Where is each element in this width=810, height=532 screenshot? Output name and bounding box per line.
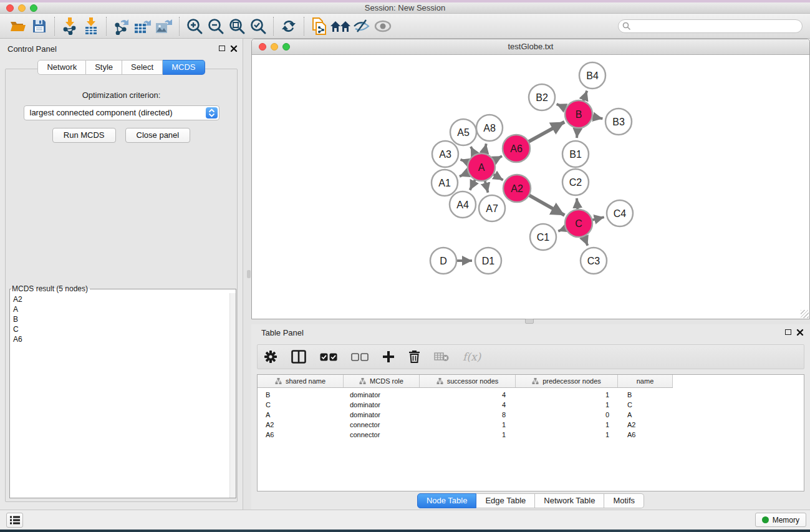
- graph-node-B3[interactable]: B3: [605, 109, 632, 135]
- mcds-result-item[interactable]: A2: [13, 294, 229, 304]
- table-cell[interactable]: A: [258, 410, 344, 420]
- minimize-window-button[interactable]: [18, 4, 26, 12]
- graph-node-A6[interactable]: A6: [503, 135, 530, 162]
- table-cell[interactable]: 4: [420, 390, 516, 400]
- show-eye-icon[interactable]: [372, 16, 393, 36]
- export-network-icon[interactable]: [111, 16, 132, 36]
- column-header-shared-name[interactable]: shared name: [258, 375, 344, 387]
- graph-node-C2[interactable]: C2: [562, 169, 589, 195]
- graph-node-A1[interactable]: A1: [432, 170, 458, 196]
- table-cell[interactable]: 0: [516, 410, 618, 420]
- table-cell[interactable]: dominator: [344, 390, 420, 400]
- mcds-result-item[interactable]: A6: [13, 334, 229, 344]
- delete-table-icon[interactable]: [434, 352, 449, 362]
- open-folder-icon[interactable]: [7, 16, 29, 36]
- hide-eye-icon[interactable]: [351, 16, 372, 36]
- table-cell[interactable]: 1: [516, 390, 618, 400]
- save-icon[interactable]: [29, 16, 50, 36]
- tab-edge-table[interactable]: Edge Table: [476, 493, 535, 508]
- export-table-icon[interactable]: [132, 16, 153, 36]
- tab-style[interactable]: Style: [86, 60, 122, 75]
- refresh-icon[interactable]: [278, 16, 299, 36]
- search-input[interactable]: [618, 19, 803, 33]
- run-mcds-button[interactable]: Run MCDS: [52, 128, 116, 143]
- close-network-window-button[interactable]: [259, 43, 266, 51]
- table-cell[interactable]: dominator: [344, 410, 420, 420]
- vertical-scrollbar-thumb[interactable]: [247, 270, 251, 278]
- table-row[interactable]: Bdominator41B: [258, 390, 804, 400]
- settings-gear-icon[interactable]: [264, 350, 277, 364]
- table-cell[interactable]: 8: [420, 410, 516, 420]
- table-cell[interactable]: B: [258, 390, 344, 400]
- float-panel-icon[interactable]: [219, 46, 225, 51]
- minimize-network-window-button[interactable]: [271, 43, 278, 51]
- close-window-button[interactable]: [6, 4, 14, 12]
- table-cell[interactable]: 1: [420, 420, 516, 430]
- table-cell[interactable]: A6: [258, 430, 344, 440]
- delete-column-icon[interactable]: [408, 350, 420, 364]
- memory-button[interactable]: Memory: [755, 513, 806, 527]
- graph-node-A8[interactable]: A8: [476, 115, 503, 141]
- table-row[interactable]: Adominator80A: [258, 410, 804, 420]
- tab-mcds[interactable]: MCDS: [163, 60, 205, 75]
- column-header-name[interactable]: name: [618, 375, 673, 387]
- graph-node-C4[interactable]: C4: [607, 200, 633, 226]
- column-header-predecessor-nodes[interactable]: predecessor nodes: [516, 375, 618, 387]
- table-cell[interactable]: 4: [420, 400, 516, 410]
- import-table-icon[interactable]: [80, 16, 102, 36]
- mcds-result-item[interactable]: C: [13, 324, 229, 334]
- node-table[interactable]: shared name MCDS role successor nodes pr…: [257, 374, 804, 491]
- network-window-titlebar[interactable]: testGlobe.txt: [252, 39, 809, 55]
- mcds-result-item[interactable]: B: [13, 314, 229, 324]
- zoom-network-window-button[interactable]: [282, 43, 290, 51]
- table-cell[interactable]: B: [618, 390, 673, 400]
- table-cell[interactable]: A: [618, 410, 673, 420]
- graph-node-C[interactable]: C: [565, 210, 592, 237]
- network-graph[interactable]: B4B2B3A8A5A3B1A1C2A4A7C4C1C3DD1BA6AA2C: [252, 55, 809, 319]
- table-cell[interactable]: A2: [258, 420, 344, 430]
- tab-network[interactable]: Network: [37, 60, 86, 75]
- tab-select[interactable]: Select: [122, 60, 163, 75]
- graph-node-C1[interactable]: C1: [530, 224, 556, 250]
- tab-network-table[interactable]: Network Table: [535, 493, 604, 508]
- column-layout-icon[interactable]: [291, 350, 306, 364]
- table-cell[interactable]: 1: [516, 430, 618, 440]
- deselect-all-checkboxes-icon[interactable]: [351, 353, 369, 361]
- zoom-in-icon[interactable]: [184, 16, 205, 36]
- table-cell[interactable]: A2: [618, 420, 673, 430]
- zoom-out-icon[interactable]: [205, 16, 226, 36]
- table-row[interactable]: A2connector11A2: [258, 420, 804, 430]
- column-header-successor-nodes[interactable]: successor nodes: [420, 375, 516, 387]
- table-cell[interactable]: 1: [516, 400, 618, 410]
- select-all-checkboxes-icon[interactable]: [320, 353, 337, 361]
- table-row[interactable]: A6connector11A6: [258, 430, 804, 440]
- tab-motifs[interactable]: Motifs: [604, 493, 644, 508]
- mcds-result-item[interactable]: A: [13, 304, 229, 314]
- add-column-icon[interactable]: [382, 351, 395, 363]
- graph-node-D1[interactable]: D1: [475, 248, 501, 274]
- home-pair-icon[interactable]: [330, 16, 351, 36]
- float-table-panel-icon[interactable]: [785, 329, 791, 335]
- table-cell[interactable]: 1: [516, 420, 618, 430]
- main-titlebar[interactable]: Session: New Session: [0, 2, 810, 14]
- table-cell[interactable]: C: [618, 400, 673, 410]
- tab-node-table[interactable]: Node Table: [417, 493, 477, 508]
- close-table-panel-icon[interactable]: [796, 329, 804, 336]
- result-scrollbar[interactable]: [229, 293, 236, 498]
- splitter-drag-handle[interactable]: [525, 319, 534, 324]
- graph-node-A2[interactable]: A2: [503, 175, 531, 202]
- column-header-mcds-role[interactable]: MCDS role: [344, 375, 420, 387]
- copy-session-document-icon[interactable]: [309, 16, 330, 36]
- table-cell[interactable]: connector: [344, 430, 420, 440]
- graph-node-A4[interactable]: A4: [450, 191, 476, 218]
- network-canvas[interactable]: B4B2B3A8A5A3B1A1C2A4A7C4C1C3DD1BA6AA2C: [252, 55, 809, 319]
- graph-node-B1[interactable]: B1: [562, 141, 589, 167]
- export-image-icon[interactable]: [153, 16, 175, 36]
- graph-node-A7[interactable]: A7: [479, 195, 505, 221]
- window-resize-grip[interactable]: [801, 310, 809, 318]
- table-cell[interactable]: 1: [420, 430, 516, 440]
- zoom-fit-icon[interactable]: [226, 16, 248, 36]
- table-row[interactable]: Cdominator41C: [258, 400, 804, 410]
- zoom-selected-icon[interactable]: [248, 16, 269, 36]
- close-panel-button[interactable]: Close panel: [125, 128, 191, 143]
